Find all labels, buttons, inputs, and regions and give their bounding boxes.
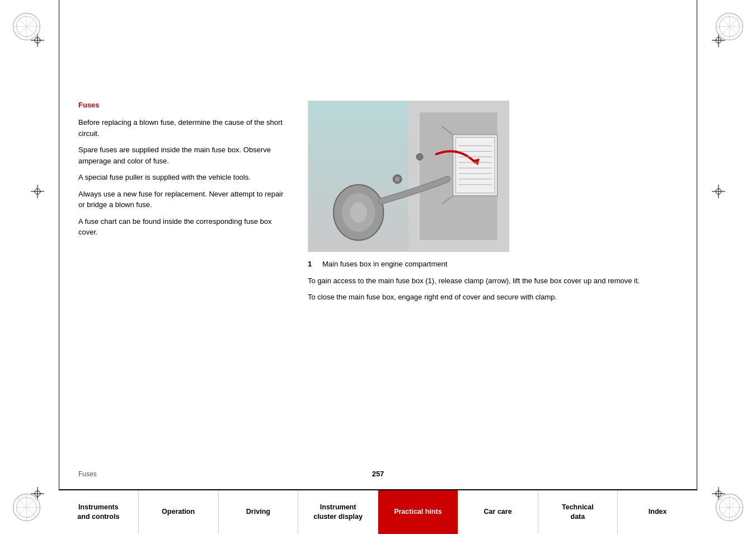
main-content: Fuses Before replacing a blown fuse, det… xyxy=(78,101,678,422)
tab-technical-data[interactable]: Technicaldata xyxy=(538,490,618,534)
paragraph-5: A fuse chart can be found inside the cor… xyxy=(78,216,285,238)
svg-point-49 xyxy=(350,203,367,223)
tab-driving-label: Driving xyxy=(246,507,270,517)
svg-point-52 xyxy=(395,177,400,181)
tab-instrument-cluster-label: Instrumentcluster display xyxy=(313,503,363,522)
tab-practical-hints[interactable]: Practical hints xyxy=(378,490,458,534)
caption-number: 1 xyxy=(308,259,319,270)
caption-text: Main fuses box in engine compartment xyxy=(322,259,447,270)
tab-car-care[interactable]: Car care xyxy=(458,490,538,534)
paragraph-3: A special fuse puller is supplied with t… xyxy=(78,172,285,183)
tab-index[interactable]: Index xyxy=(618,490,697,534)
section-title: Fuses xyxy=(78,101,285,109)
tab-car-care-label: Car care xyxy=(484,507,512,517)
tab-instruments-label: Instrumentsand controls xyxy=(77,503,119,522)
tab-technical-data-label: Technicaldata xyxy=(562,503,594,522)
svg-point-53 xyxy=(416,153,423,160)
tab-practical-hints-label: Practical hints xyxy=(394,507,442,517)
deco-circle-top-right xyxy=(714,11,745,42)
crosshair-mid-left xyxy=(31,185,44,198)
tab-instruments-and-controls[interactable]: Instrumentsand controls xyxy=(59,490,139,534)
crosshair-mid-right xyxy=(712,185,725,198)
tab-instrument-cluster[interactable]: Instrumentcluster display xyxy=(298,490,378,534)
navigation-tabs: Instrumentsand controls Operation Drivin… xyxy=(59,489,697,534)
paragraph-2: Spare fuses are supplied inside the main… xyxy=(78,144,285,166)
paragraph-4: Always use a new fuse for replacement. N… xyxy=(78,189,285,210)
paragraph-1: Before replacing a blown fuse, determine… xyxy=(78,117,285,139)
tab-driving[interactable]: Driving xyxy=(219,490,299,534)
tab-index-label: Index xyxy=(649,507,667,517)
close-text: To close the main fuse box, engage right… xyxy=(308,292,678,303)
access-text: To gain access to the main fuse box (1),… xyxy=(308,275,678,287)
left-text-column: Fuses Before replacing a blown fuse, det… xyxy=(78,101,285,422)
tab-operation[interactable]: Operation xyxy=(139,490,219,534)
footer-section-label: Fuses xyxy=(78,470,97,478)
page-number: 257 xyxy=(372,470,384,478)
right-image-column: 1 Main fuses box in engine compartment T… xyxy=(308,101,678,422)
caption-1: 1 Main fuses box in engine compartment xyxy=(308,259,678,270)
right-border-line xyxy=(697,0,697,534)
fuse-box-image xyxy=(308,101,509,252)
tab-operation-label: Operation xyxy=(162,507,195,517)
deco-circle-top-left xyxy=(11,11,42,42)
page: Fuses Before replacing a blown fuse, det… xyxy=(0,0,756,534)
bottom-bar: Fuses 257 Instrumentsand controls Operat… xyxy=(0,461,756,534)
left-border-line xyxy=(59,0,59,534)
